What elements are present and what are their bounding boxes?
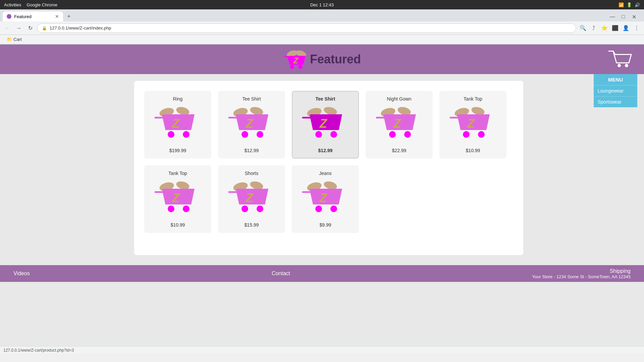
product-image: Z bbox=[153, 179, 203, 220]
footer-link-shipping[interactable]: Shipping bbox=[610, 268, 631, 274]
product-name: Tank Top bbox=[464, 96, 482, 102]
svg-point-27 bbox=[404, 131, 411, 138]
bookmark-button[interactable]: ⭐ bbox=[600, 23, 609, 33]
tab-close-button[interactable]: ✕ bbox=[55, 14, 59, 19]
address-bar[interactable]: 🔒 127.0.0.1/www/Z-cart/index.php bbox=[37, 23, 576, 33]
site-footer: Videos Contact Shipping Your Store - 123… bbox=[0, 265, 644, 282]
menu-header[interactable]: MENU bbox=[594, 74, 637, 85]
svg-point-32 bbox=[478, 131, 485, 138]
svg-point-11 bbox=[168, 131, 174, 138]
svg-point-21 bbox=[315, 131, 322, 138]
url-text: 127.0.0.1/www/Z-cart/index.php bbox=[50, 25, 571, 31]
svg-point-3 bbox=[290, 65, 294, 69]
product-name: Shorts bbox=[245, 171, 258, 176]
product-price: $199.99 bbox=[169, 148, 186, 153]
svg-text:Z: Z bbox=[393, 117, 401, 130]
header-cart-svg bbox=[607, 48, 634, 70]
svg-point-6 bbox=[618, 64, 621, 67]
os-datetime: Dec 1 12:43 bbox=[310, 2, 334, 7]
product-image: Z bbox=[226, 179, 277, 220]
browser-chrome: Featured ✕ + — □ ✕ ← → ↻ 🔒 127.0.0.1/www… bbox=[0, 9, 644, 45]
svg-text:Z: Z bbox=[467, 117, 475, 130]
menu-item-loungewear[interactable]: Loungewear bbox=[594, 85, 637, 96]
logo-svg: Z bbox=[283, 47, 310, 72]
menu-sidebar: MENU Loungewear Sportswear bbox=[594, 74, 637, 107]
reload-button[interactable]: ↻ bbox=[25, 23, 35, 33]
share-button[interactable]: ⤴ bbox=[589, 23, 598, 33]
restore-button[interactable]: □ bbox=[619, 12, 628, 21]
product-image: Z bbox=[300, 179, 351, 220]
nav-actions: 🔍 ⤴ ⭐ ⬛ 👤 ⋮ bbox=[578, 23, 641, 33]
folder-icon: 📁 bbox=[7, 37, 12, 42]
product-cart-svg: Z bbox=[153, 179, 203, 220]
site-title: Featured bbox=[310, 52, 361, 66]
product-price: $10.99 bbox=[171, 222, 185, 228]
footer-link-contact[interactable]: Contact bbox=[272, 270, 290, 277]
product-card[interactable]: Tee Shirt Z $12.99 bbox=[218, 91, 285, 159]
browser-tabs: Featured ✕ + — □ ✕ bbox=[0, 9, 644, 21]
product-image: Z bbox=[300, 105, 351, 145]
svg-point-41 bbox=[241, 205, 248, 212]
product-cart-svg: Z bbox=[226, 105, 277, 145]
browser-tab-featured[interactable]: Featured ✕ bbox=[3, 11, 63, 21]
svg-point-42 bbox=[257, 205, 263, 212]
svg-point-7 bbox=[625, 64, 628, 67]
tab-favicon bbox=[7, 14, 11, 19]
svg-point-22 bbox=[330, 131, 337, 138]
os-bar-right: 📶 🔋 🔊 bbox=[619, 2, 640, 7]
product-card[interactable]: Ring Z $199.99 bbox=[144, 91, 211, 159]
wifi-icon: 📶 bbox=[619, 2, 624, 7]
product-card[interactable]: Night Gown Z $22.99 bbox=[366, 91, 433, 159]
profile-button[interactable]: 👤 bbox=[621, 23, 631, 33]
status-url: 127.0.0.1/www/Z-cart/product.php?id=3 bbox=[3, 348, 74, 353]
svg-point-17 bbox=[257, 131, 263, 138]
header-cart-icon[interactable] bbox=[607, 48, 634, 71]
svg-point-31 bbox=[463, 131, 470, 138]
chrome-label[interactable]: Google Chrome bbox=[26, 2, 57, 7]
product-cart-svg: Z bbox=[300, 179, 351, 220]
menu-item-sportswear[interactable]: Sportswear bbox=[594, 96, 637, 107]
svg-point-16 bbox=[241, 131, 248, 138]
product-card[interactable]: Tank Top Z $10.99 bbox=[439, 91, 506, 159]
site-header: Z Featured bbox=[0, 45, 644, 74]
activities-label[interactable]: Activities bbox=[4, 2, 21, 7]
product-cart-svg: Z bbox=[153, 105, 203, 145]
product-price: $12.99 bbox=[245, 148, 259, 153]
forward-button[interactable]: → bbox=[14, 23, 23, 33]
product-name: Jeans bbox=[319, 171, 331, 176]
svg-text:Z: Z bbox=[246, 191, 254, 205]
product-card[interactable]: Tank Top Z $10.99 bbox=[144, 165, 211, 233]
minimize-button[interactable]: — bbox=[608, 12, 617, 21]
search-button[interactable]: 🔍 bbox=[578, 23, 588, 33]
footer-address: Your Store - 1234 Some St - SomeTown, AA… bbox=[532, 274, 631, 279]
svg-text:Z: Z bbox=[293, 56, 299, 65]
more-button[interactable]: ⋮ bbox=[632, 23, 641, 33]
back-button[interactable]: ← bbox=[3, 23, 12, 33]
product-card[interactable]: Shorts Z $15.99 bbox=[218, 165, 285, 233]
status-bar: 127.0.0.1/www/Z-cart/product.php?id=3 bbox=[0, 346, 644, 354]
svg-text:Z: Z bbox=[246, 117, 254, 130]
product-price: $12.99 bbox=[318, 148, 333, 153]
product-grid-wrapper: Ring Z $199.99 Tee S bbox=[134, 81, 523, 255]
footer-link-videos[interactable]: Videos bbox=[13, 270, 30, 277]
svg-text:Z: Z bbox=[172, 191, 180, 205]
product-card[interactable]: Tee Shirt Z $12.99 bbox=[292, 91, 359, 159]
svg-point-47 bbox=[330, 205, 337, 212]
product-cart-svg: Z bbox=[448, 105, 498, 145]
product-card[interactable]: Jeans Z $9.99 bbox=[292, 165, 359, 233]
svg-point-46 bbox=[315, 205, 322, 212]
extensions-button[interactable]: ⬛ bbox=[610, 23, 620, 33]
product-name: Tank Top bbox=[168, 171, 187, 176]
close-window-button[interactable]: ✕ bbox=[629, 12, 639, 21]
product-price: $15.99 bbox=[245, 222, 259, 228]
product-name: Tee Shirt bbox=[242, 96, 261, 102]
product-image: Z bbox=[226, 105, 277, 145]
product-name: Night Gown bbox=[387, 96, 411, 102]
volume-icon: 🔊 bbox=[635, 2, 640, 7]
bookmark-cart-label: Cart bbox=[13, 37, 22, 42]
site-logo[interactable]: Z bbox=[283, 48, 310, 71]
bookmark-cart[interactable]: 📁 Cart bbox=[4, 36, 24, 43]
product-image: Z bbox=[153, 105, 203, 145]
new-tab-button[interactable]: + bbox=[64, 12, 74, 21]
svg-text:Z: Z bbox=[319, 191, 328, 205]
